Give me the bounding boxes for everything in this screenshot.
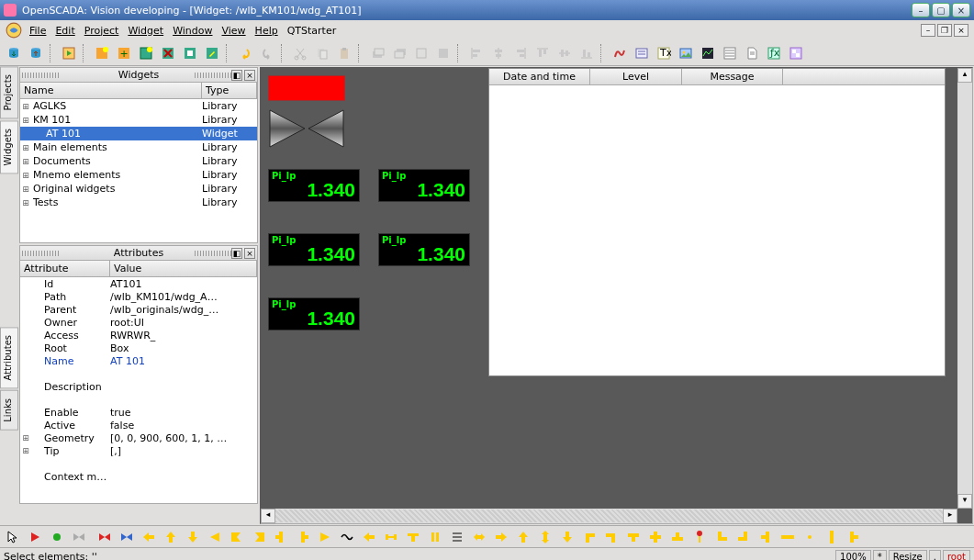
box-icon[interactable] [786,43,806,63]
arrow-lr-icon[interactable] [470,529,488,545]
pipe-t-icon[interactable] [272,529,290,545]
new-widget-icon[interactable]: + [114,43,134,63]
tree-row[interactable]: ⊞DocumentsLibrary [20,154,257,168]
t-down-icon[interactable] [624,529,643,545]
line-v-icon[interactable] [823,529,841,545]
attr-row[interactable]: Parent/wlb_originals/wdg_… [20,303,257,316]
cursor-icon[interactable] [4,529,22,545]
line-h-icon[interactable] [778,529,797,545]
lvl-down-icon[interactable] [389,43,409,63]
align-bottom-icon[interactable] [577,43,597,63]
lcd-widget[interactable]: Pi_lp1.340 [378,233,470,266]
red-rect-widget[interactable] [268,75,345,101]
prop-visual-icon[interactable] [180,43,200,63]
pause-icon[interactable] [426,529,444,545]
arrow-r-icon[interactable] [492,529,510,545]
tree-row[interactable]: ⊞Original widgetsLibrary [20,182,257,196]
db-save-icon[interactable] [26,43,46,63]
dock-close-button[interactable]: × [244,248,255,259]
del-visual-icon[interactable] [158,43,178,63]
copy-icon[interactable] [312,43,332,63]
align-vcenter-icon[interactable] [488,43,509,63]
lcd-widget[interactable]: Pi_lp1.340 [268,169,360,202]
msgcol-level[interactable]: Level [590,69,682,84]
dock-float-button[interactable]: ◧ [231,70,242,81]
align-top-icon[interactable] [532,43,553,63]
corner-bl-icon[interactable] [712,529,731,545]
align-left-icon[interactable] [466,43,487,63]
elfig-icon[interactable] [610,43,630,63]
menu-widget[interactable]: Widget [128,25,163,37]
mdi-restore-button[interactable]: ❐ [937,24,952,37]
tree-row[interactable]: ⊞AT 101Widget [20,127,257,140]
align-right-icon[interactable] [510,43,531,63]
tab-projects[interactable]: Projects [0,66,18,118]
widgets-tree[interactable]: ⊞AGLKSLibrary⊞KM 101Library⊞AT 101Widget… [20,99,257,242]
tree-row[interactable]: ⊞TestsLibrary [20,196,257,209]
mdi-close-button[interactable]: × [954,24,968,37]
lcd-widget[interactable]: Pi_lp1.340 [268,297,360,330]
minimize-button[interactable]: – [912,3,930,17]
valve-widget[interactable] [268,106,345,151]
cut-icon[interactable] [290,43,310,63]
attr-row[interactable]: ⊞Tip[,] [20,444,257,457]
attr-row[interactable]: Context m… [20,470,257,483]
attr-row[interactable]: ⊞Geometry[0, 0, 900, 600, 1, 1, … [20,431,257,444]
tab-links[interactable]: Links [0,390,18,431]
tree-row[interactable]: ⊞Main elementsLibrary [20,140,257,154]
wave-icon[interactable] [338,529,356,545]
menu-project[interactable]: Project [84,25,119,37]
barrier-icon[interactable] [382,529,400,545]
add-visual-icon[interactable] [136,43,156,63]
menu-qtstarter[interactable]: QTStarter [287,25,337,37]
attr-row[interactable]: NameAT 101 [20,354,257,367]
canvas-area[interactable]: Date and time Level Message Pi_lp1.340Pi… [260,67,973,524]
document-icon[interactable] [742,43,762,63]
menu-view[interactable]: View [222,25,246,37]
menu-help[interactable]: Help [255,25,278,37]
attr-row[interactable]: Path/wlb_KM101/wdg_A… [20,290,257,303]
attr-row[interactable]: RootBox [20,342,257,354]
arrow-left-icon[interactable] [140,529,158,545]
pipe-t2-icon[interactable] [294,529,312,545]
arrow-up-icon[interactable] [162,529,180,545]
dock-float-button[interactable]: ◧ [231,248,242,259]
mdi-minimize-button[interactable]: – [921,24,935,37]
arrow-ud-icon[interactable] [536,529,554,545]
lcd-widget[interactable]: Pi_lp1.340 [378,169,470,202]
redo-icon[interactable] [257,43,277,63]
raise-icon[interactable] [411,43,431,63]
menu-file[interactable]: File [29,25,46,37]
lvl-up-icon[interactable] [367,43,387,63]
lower-icon[interactable] [433,43,453,63]
attr-row[interactable] [20,367,257,380]
run-project-icon[interactable] [59,43,79,63]
text-icon[interactable]: Txt [654,43,674,63]
bowtie-red-icon[interactable] [95,529,114,545]
bowtie-gray-icon[interactable] [70,529,88,545]
message-table-widget[interactable]: Date and time Level Message [488,68,946,376]
attr-row[interactable]: Ownerroot:UI [20,316,257,329]
menu-edit[interactable]: Edit [55,25,74,37]
arrow-left2-icon[interactable] [360,529,378,545]
tab-widgets[interactable]: Widgets [0,120,18,174]
attr-row[interactable] [20,393,257,406]
msgcol-datetime[interactable]: Date and time [489,69,590,84]
tri-right-icon[interactable] [316,529,334,545]
dot-small-icon[interactable] [800,529,819,545]
pin-icon[interactable] [690,529,709,545]
attr-row[interactable]: Activefalse [20,419,257,431]
arrow-d2-icon[interactable] [558,529,577,545]
align-hcenter-icon[interactable] [554,43,575,63]
t-left-icon[interactable] [756,529,775,545]
tree-row[interactable]: ⊞KM 101Library [20,113,257,127]
undo-icon[interactable] [235,43,255,63]
arrow-u2-icon[interactable] [514,529,532,545]
tab-attributes[interactable]: Attributes [0,327,18,388]
col-attribute[interactable]: Attribute [20,261,110,276]
attr-row[interactable]: IdAT101 [20,277,257,290]
new-lib-icon[interactable] [92,43,112,63]
attr-row[interactable] [20,457,257,470]
dock-close-button[interactable]: × [244,70,255,81]
play-red-icon[interactable] [26,529,44,545]
